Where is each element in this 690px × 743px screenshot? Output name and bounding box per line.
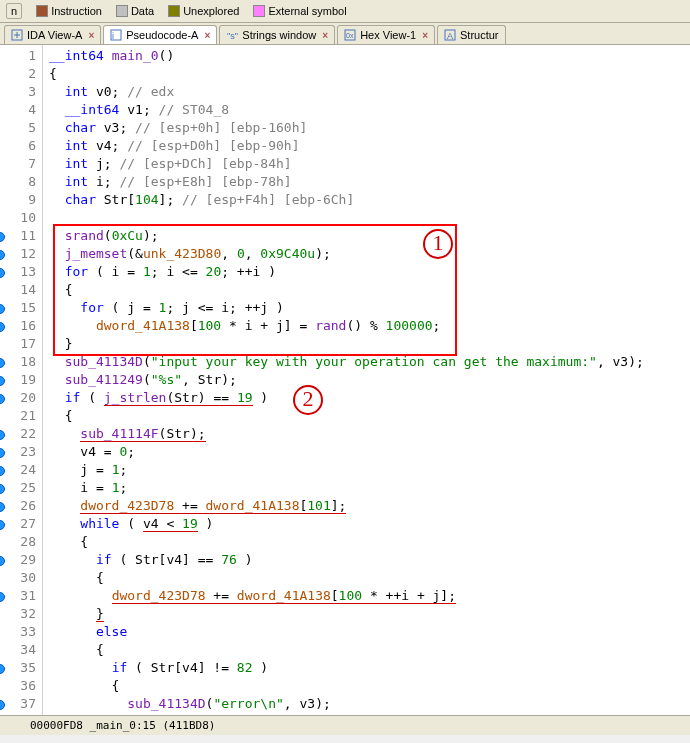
line-number[interactable]: 25 [0,479,42,497]
svg-text:A: A [447,31,453,41]
code-editor[interactable]: __int64 main_0() { int v0; // edx __int6… [43,45,690,715]
line-number[interactable]: 16 [0,317,42,335]
legend-external: External symbol [253,5,346,17]
close-icon[interactable]: × [322,30,328,41]
annotation-circle-1: 1 [423,229,453,259]
swatch-icon [168,5,180,17]
line-number[interactable]: 36 [0,677,42,695]
line-number[interactable]: 30 [0,569,42,587]
hex-icon: 0x [344,29,356,41]
swatch-icon [116,5,128,17]
line-number[interactable]: 17 [0,335,42,353]
line-number[interactable]: 14 [0,281,42,299]
line-number[interactable]: 31 [0,587,42,605]
pseudo-icon: i [110,29,122,41]
line-number[interactable]: 5 [0,119,42,137]
line-number[interactable]: 6 [0,137,42,155]
line-number[interactable]: 1 [0,47,42,65]
tab-bar: IDA View-A× iPseudocode-A× "s"Strings wi… [0,23,690,45]
toolbar-button[interactable]: n [6,3,22,19]
legend-unexplored: Unexplored [168,5,239,17]
line-number[interactable]: 21 [0,407,42,425]
line-number[interactable]: 23 [0,443,42,461]
line-number[interactable]: 20 [0,389,42,407]
line-number[interactable]: 3 [0,83,42,101]
line-number[interactable]: 15 [0,299,42,317]
line-number[interactable]: 34 [0,641,42,659]
strings-icon: "s" [226,29,238,41]
struct-icon: A [444,29,456,41]
annotation-circle-2: 2 [293,385,323,415]
line-number[interactable]: 29 [0,551,42,569]
line-number[interactable]: 2 [0,65,42,83]
line-number[interactable]: 33 [0,623,42,641]
line-number[interactable]: 12 [0,245,42,263]
close-icon[interactable]: × [422,30,428,41]
line-number[interactable]: 18 [0,353,42,371]
line-number[interactable]: 26 [0,497,42,515]
line-number[interactable]: 27 [0,515,42,533]
swatch-icon [253,5,265,17]
ida-icon [11,29,23,41]
line-number[interactable]: 22 [0,425,42,443]
svg-text:"s": "s" [227,31,238,41]
main-area: 1234567891011121314151617181920212223242… [0,45,690,715]
line-number[interactable]: 11 [0,227,42,245]
line-number[interactable]: 28 [0,533,42,551]
annotation-box-1 [53,224,457,356]
line-number[interactable]: 10 [0,209,42,227]
line-number[interactable]: 9 [0,191,42,209]
swatch-icon [36,5,48,17]
line-number[interactable]: 19 [0,371,42,389]
svg-text:0x: 0x [346,32,354,39]
tab-ida-view[interactable]: IDA View-A× [4,25,101,44]
status-bar: 00000FD8 _main_0:15 (411BD8) [0,715,690,735]
svg-text:i: i [112,31,114,41]
line-number[interactable]: 7 [0,155,42,173]
close-icon[interactable]: × [88,30,94,41]
legend-instruction: Instruction [36,5,102,17]
line-number[interactable]: 35 [0,659,42,677]
legend-toolbar: n Instruction Data Unexplored External s… [0,0,690,23]
line-gutter: 1234567891011121314151617181920212223242… [0,45,43,715]
legend-data: Data [116,5,154,17]
close-icon[interactable]: × [204,30,210,41]
line-number[interactable]: 4 [0,101,42,119]
line-number[interactable]: 13 [0,263,42,281]
line-number[interactable]: 37 [0,695,42,713]
line-number[interactable]: 8 [0,173,42,191]
line-number[interactable]: 24 [0,461,42,479]
line-number[interactable]: 32 [0,605,42,623]
tab-hex-view[interactable]: 0xHex View-1× [337,25,435,44]
tab-pseudocode[interactable]: iPseudocode-A× [103,25,217,44]
tab-structures[interactable]: AStructur [437,25,506,44]
tab-strings[interactable]: "s"Strings window× [219,25,335,44]
